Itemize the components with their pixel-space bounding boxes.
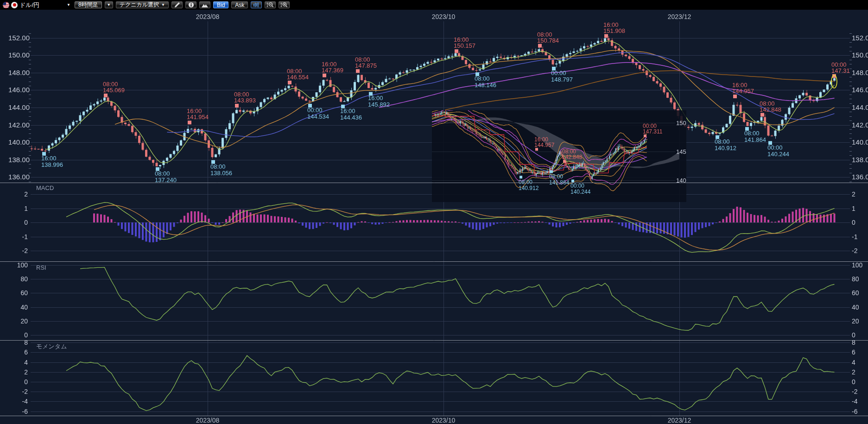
technical-select-button[interactable]: テクニカル選択 ▼ <box>115 1 169 9</box>
timeframe-dropdown-button[interactable]: ▼ <box>104 1 114 9</box>
candle-display-button[interactable] <box>250 1 262 9</box>
mountain-icon <box>202 2 208 8</box>
chart-type-button[interactable] <box>199 1 211 9</box>
timeframe-button[interactable]: 8時間足 <box>74 1 102 9</box>
zoom-in-icon <box>280 2 288 8</box>
pencil-icon <box>174 2 180 8</box>
info-button[interactable] <box>185 1 197 9</box>
japan-flag-icon <box>11 2 18 8</box>
zoom-out-button[interactable] <box>264 1 276 9</box>
trading-app: ドル/円 ▼ 8時間足 ▼ テクニカル選択 ▼ Bid Ask <box>0 0 868 424</box>
timeframe-label: 8時間足 <box>78 1 98 9</box>
toolbar: ドル/円 ▼ 8時間足 ▼ テクニカル選択 ▼ Bid Ask <box>0 0 868 10</box>
us-flag-icon <box>3 2 9 8</box>
symbol-selector[interactable]: ドル/円 ▼ <box>3 1 72 9</box>
symbol-label: ドル/円 <box>19 1 39 9</box>
ask-button[interactable]: Ask <box>231 1 248 9</box>
zoom-in-button[interactable] <box>278 1 290 9</box>
chevron-down-icon: ▼ <box>67 3 70 7</box>
chart-canvas[interactable] <box>0 0 868 424</box>
draw-tool-button[interactable] <box>171 1 183 9</box>
zoom-out-icon <box>266 2 274 8</box>
info-icon <box>188 2 194 8</box>
chevron-down-icon: ▼ <box>107 3 111 7</box>
technical-select-label: テクニカル選択 <box>120 1 159 9</box>
candle-chart-icon <box>253 2 260 8</box>
chevron-down-icon: ▼ <box>161 3 165 7</box>
bid-button[interactable]: Bid <box>213 1 229 9</box>
